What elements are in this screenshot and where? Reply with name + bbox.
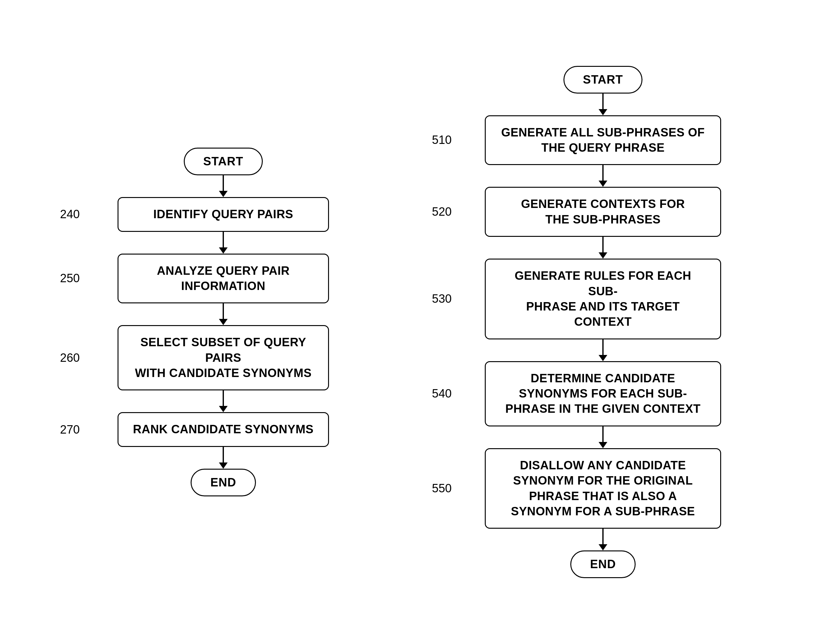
node-550: DISALLOW ANY CANDIDATESYNONYM FOR THE OR… — [485, 448, 721, 529]
step-label-540: 540 — [432, 387, 451, 400]
step-label-520: 520 — [432, 205, 451, 218]
r-arrow-6 — [599, 529, 607, 550]
step-label-550: 550 — [432, 482, 451, 495]
r-arrow-3 — [599, 237, 607, 258]
node-270: RANK CANDIDATE SYNONYMS — [118, 412, 329, 447]
node-520: GENERATE CONTEXTS FORTHE SUB-PHRASES — [485, 187, 721, 237]
step-label-270: 270 — [60, 423, 79, 436]
step-row-270: 270 RANK CANDIDATE SYNONYMS — [60, 412, 386, 447]
step-label-260: 260 — [60, 351, 79, 365]
r-arrow-2 — [599, 165, 607, 187]
arrow-3 — [219, 303, 228, 325]
step-row-530: 530 GENERATE RULES FOR EACH SUB-PHRASE A… — [432, 258, 774, 339]
node-250: ANALYZE QUERY PAIRINFORMATION — [118, 253, 329, 303]
arrow-1 — [219, 175, 228, 197]
node-260: SELECT SUBSET OF QUERY PAIRSWITH CANDIDA… — [118, 325, 329, 391]
arrow-4 — [219, 391, 228, 412]
step-row-240: 240 IDENTIFY QUERY PAIRS — [60, 197, 386, 232]
r-arrow-1 — [599, 94, 607, 115]
step-label-240: 240 — [60, 208, 79, 221]
step-row-550: 550 DISALLOW ANY CANDIDATESYNONYM FOR TH… — [432, 448, 774, 529]
left-flowchart: START 240 IDENTIFY QUERY PAIRS 250 ANALY… — [60, 148, 386, 496]
node-510: GENERATE ALL SUB-PHRASES OFTHE QUERY PHR… — [485, 115, 721, 165]
step-row-540: 540 DETERMINE CANDIDATESYNONYMS FOR EACH… — [432, 361, 774, 426]
node-540: DETERMINE CANDIDATESYNONYMS FOR EACH SUB… — [485, 361, 721, 426]
page: START 240 IDENTIFY QUERY PAIRS 250 ANALY… — [0, 0, 834, 644]
arrow-5 — [219, 447, 228, 469]
node-240: IDENTIFY QUERY PAIRS — [118, 197, 329, 232]
right-end-node: END — [570, 550, 635, 578]
step-label-510: 510 — [432, 133, 451, 147]
step-label-250: 250 — [60, 272, 79, 285]
left-end-node: END — [191, 469, 255, 496]
step-row-520: 520 GENERATE CONTEXTS FORTHE SUB-PHRASES — [432, 187, 774, 237]
node-530: GENERATE RULES FOR EACH SUB-PHRASE AND I… — [485, 258, 721, 339]
left-start-node: START — [184, 148, 263, 175]
r-arrow-4 — [599, 339, 607, 361]
step-label-530: 530 — [432, 292, 451, 305]
step-row-510: 510 GENERATE ALL SUB-PHRASES OFTHE QUERY… — [432, 115, 774, 165]
r-arrow-5 — [599, 426, 607, 448]
right-start-node: START — [564, 66, 643, 94]
step-row-260: 260 SELECT SUBSET OF QUERY PAIRSWITH CAN… — [60, 325, 386, 391]
step-row-250: 250 ANALYZE QUERY PAIRINFORMATION — [60, 253, 386, 303]
arrow-2 — [219, 232, 228, 253]
right-flowchart: START 510 GENERATE ALL SUB-PHRASES OFTHE… — [432, 66, 774, 578]
